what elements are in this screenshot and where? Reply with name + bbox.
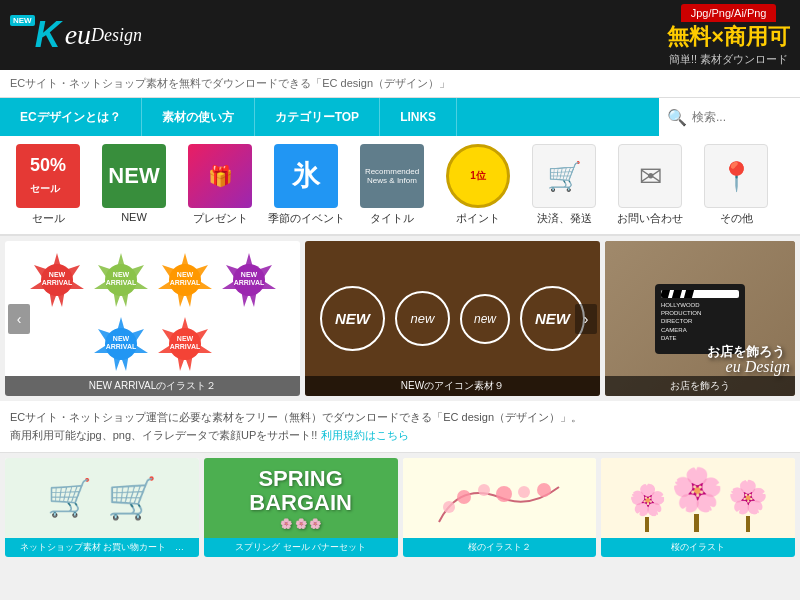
- logo-design: Design: [91, 25, 142, 46]
- slide-right-caption: お店を飾ろう: [605, 376, 795, 396]
- arrival-badge-4: NEW ARRIVAL: [220, 251, 278, 309]
- svg-point-27: [496, 486, 512, 502]
- svg-text:NEW: NEW: [112, 271, 129, 278]
- category-new[interactable]: NEW NEW: [91, 144, 177, 226]
- grid-item-sakura2[interactable]: 桜のイラスト２: [403, 458, 597, 557]
- arrival-badge-6: NEW ARRIVAL: [156, 315, 214, 373]
- info-text: ECサイト・ネットショップ素材を無料でダウンロードできる「EC design（デ…: [10, 77, 450, 89]
- svg-text:NEW: NEW: [240, 271, 257, 278]
- grid-item-spring[interactable]: SPRING BARGAIN 🌸 🌸 🌸 スプリング セール バナーセット: [204, 458, 398, 557]
- category-season[interactable]: 氷 季節のイベント: [263, 144, 349, 226]
- category-point[interactable]: 1位 ポイント: [435, 144, 521, 226]
- category-other[interactable]: 📍 その他: [693, 144, 779, 226]
- logo-eu: eu: [65, 19, 91, 51]
- x-text: ×: [711, 24, 724, 49]
- navigation: ECデザインとは？ 素材の使い方 カテゴリーTOP LINKS 🔍: [0, 98, 800, 136]
- grid-item-sakura[interactable]: 🌸 🌸 🌸 桜のイラスト: [601, 458, 795, 557]
- svg-text:ARRIVAL: ARRIVAL: [169, 343, 200, 350]
- spring-thumb: SPRING BARGAIN 🌸 🌸 🌸: [204, 458, 398, 538]
- point-label: ポイント: [456, 211, 500, 226]
- tree-medium: 🌸: [728, 478, 768, 532]
- slide-prev-arrow[interactable]: ‹: [8, 304, 30, 334]
- slide-left-caption: NEW ARRIVALのイラスト２: [5, 376, 300, 396]
- nav-howto[interactable]: 素材の使い方: [142, 98, 255, 136]
- slide-next-arrow[interactable]: ›: [575, 304, 597, 334]
- logo-area: NEW K eu Design: [10, 14, 142, 56]
- tagline-main: 無料×商用可: [667, 22, 790, 52]
- slide-decorate: HOLLYWOOD PRODUCTION DIRECTOR CAMERA DAT…: [605, 241, 795, 396]
- point-icon: 1位: [446, 144, 510, 208]
- logo-k: K: [35, 14, 61, 56]
- search-input[interactable]: [692, 110, 792, 124]
- svg-point-25: [457, 490, 471, 504]
- free-text: 無料: [667, 24, 711, 49]
- arrival-badge-1: NEW ARRIVAL: [28, 251, 86, 309]
- category-present[interactable]: 🎁 プレゼント: [177, 144, 263, 226]
- header-right: Jpg/Png/Ai/Png 無料×商用可 簡単!! 素材ダウンロード: [667, 4, 790, 67]
- arrival-badge-2: NEW ARRIVAL: [92, 251, 150, 309]
- sale-icon: 50%セール: [16, 144, 80, 208]
- new-label: NEW: [121, 211, 147, 223]
- category-sale[interactable]: 50%セール セール: [5, 144, 91, 226]
- search-icon: 🔍: [667, 108, 687, 127]
- title-icon: RecommendedNews & Infom: [360, 144, 424, 208]
- tree-small: 🌸: [629, 482, 666, 532]
- svg-point-24: [443, 501, 455, 513]
- spring-text: SPRING BARGAIN 🌸 🌸 🌸: [249, 467, 352, 529]
- category-mail[interactable]: ✉ お問い合わせ: [607, 144, 693, 226]
- slide-mid-caption: NEWのアイコン素材９: [305, 376, 600, 396]
- arrival-badge-5: NEW ARRIVAL: [92, 315, 150, 373]
- slide-new-icons: NEW new new NEW › NEWのアイコン素材９: [305, 241, 600, 396]
- svg-text:ARRIVAL: ARRIVAL: [233, 279, 264, 286]
- new-circle-3: new: [460, 294, 510, 344]
- cart-caption: ネットショップ素材 お買い物カート …: [5, 538, 199, 557]
- search-area: 🔍: [659, 98, 800, 136]
- new-circle-1: NEW: [320, 286, 385, 351]
- season-label: 季節のイベント: [268, 211, 345, 226]
- svg-point-28: [518, 486, 530, 498]
- nav-ec-design[interactable]: ECデザインとは？: [0, 98, 142, 136]
- nav-links[interactable]: LINKS: [380, 98, 457, 136]
- tree-icons: 🌸 🌸 🌸: [629, 465, 768, 532]
- svg-point-29: [537, 483, 551, 497]
- nav-category-top[interactable]: カテゴリーTOP: [255, 98, 380, 136]
- commercial-text: 商用可: [724, 24, 790, 49]
- sakura-branch-icon: [421, 458, 577, 538]
- grid-item-cart[interactable]: 🛒 🛒 ネットショップ素材 お買い物カート …: [5, 458, 199, 557]
- other-icon: 📍: [704, 144, 768, 208]
- bottom-grid: 🛒 🛒 ネットショップ素材 お買い物カート … SPRING BARGAIN 🌸…: [0, 453, 800, 562]
- main-slides: NEW ARRIVAL NEW ARRIVAL NEW ARRIVAL NEW …: [0, 236, 800, 401]
- new-badge: NEW: [10, 15, 35, 26]
- svg-text:ARRIVAL: ARRIVAL: [105, 279, 136, 286]
- present-icon: 🎁: [188, 144, 252, 208]
- info-bar: ECサイト・ネットショップ素材を無料でダウンロードできる「EC design（デ…: [0, 70, 800, 98]
- sakura2-thumb: [403, 458, 597, 538]
- other-label: その他: [720, 211, 753, 226]
- tree-thumb: 🌸 🌸 🌸: [601, 458, 795, 538]
- format-banner: Jpg/Png/Ai/Png: [681, 4, 777, 22]
- arrival-badge-3: NEW ARRIVAL: [156, 251, 214, 309]
- svg-text:ARRIVAL: ARRIVAL: [105, 343, 136, 350]
- sakura-caption: 桜のイラスト: [601, 538, 795, 557]
- svg-text:NEW: NEW: [176, 271, 193, 278]
- desc-line2: 商用利用可能なjpg、png、イラレデータで素顔UPをサポート!!: [10, 429, 317, 441]
- category-cart[interactable]: 🛒 決済、発送: [521, 144, 607, 226]
- site-header: NEW K eu Design Jpg/Png/Ai/Png 無料×商用可 簡単…: [0, 0, 800, 70]
- eu-design-overlay: eu Design: [726, 358, 790, 376]
- svg-text:NEW: NEW: [48, 271, 65, 278]
- new-icon: NEW: [102, 144, 166, 208]
- cart-icon-1: 🛒: [47, 477, 92, 519]
- mail-label: お問い合わせ: [617, 211, 683, 226]
- mail-icon: ✉: [618, 144, 682, 208]
- cart-thumb: 🛒 🛒: [5, 458, 199, 538]
- cart-icon-2: 🛒: [107, 475, 157, 522]
- svg-text:ARRIVAL: ARRIVAL: [41, 279, 72, 286]
- new-circle-2: new: [395, 291, 450, 346]
- svg-text:NEW: NEW: [176, 335, 193, 342]
- svg-text:ARRIVAL: ARRIVAL: [169, 279, 200, 286]
- terms-link[interactable]: 利用規約はこちら: [321, 429, 409, 441]
- slide-new-arrival: NEW ARRIVAL NEW ARRIVAL NEW ARRIVAL NEW …: [5, 241, 300, 396]
- spring-caption: スプリング セール バナーセット: [204, 538, 398, 557]
- category-title[interactable]: RecommendedNews & Infom タイトル: [349, 144, 435, 226]
- present-label: プレゼント: [193, 211, 248, 226]
